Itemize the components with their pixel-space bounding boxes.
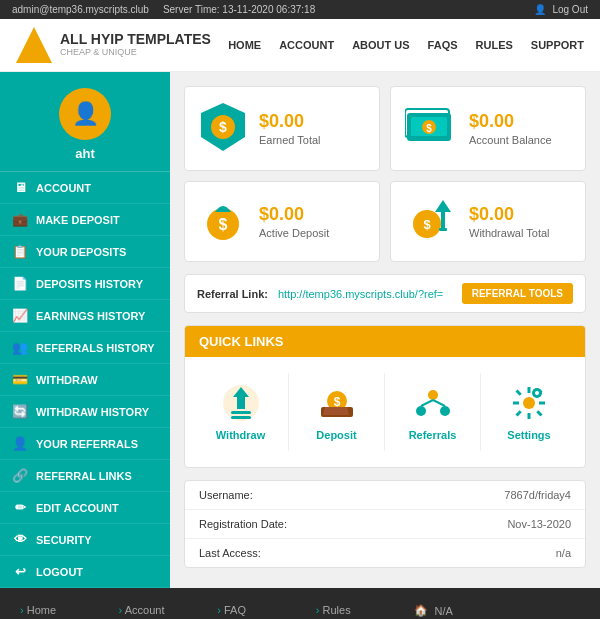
nav-rules[interactable]: RULES: [476, 39, 513, 51]
withdrawal-icon: $: [405, 196, 457, 244]
logo-area: ALL HYIP TEMPLATES CHEAP & UNIQUE: [16, 27, 211, 63]
nav-aboutus[interactable]: ABOUT US: [352, 39, 409, 51]
stat-active-label: Active Deposit: [259, 227, 329, 239]
account-icon: 🖥: [12, 180, 28, 195]
sidebar-item-your-deposits[interactable]: 📋YOUR DEPOSITS: [0, 236, 170, 268]
info-row-username: Username: 7867d/friday4: [185, 481, 585, 510]
quick-links-header: QUICK LINKS: [185, 326, 585, 357]
quick-link-settings-label: Settings: [507, 429, 550, 441]
stat-balance-label: Account Balance: [469, 134, 552, 146]
logo-title: ALL HYIP TEMPLATES: [60, 32, 211, 47]
menu-label-depositshistory: DEPOSITS HISTORY: [36, 278, 143, 290]
info-row-regdate: Registration Date: Nov-13-2020: [185, 510, 585, 539]
footer-link-home[interactable]: Home: [20, 604, 109, 616]
top-bar-left: admin@temp36.myscripts.club Server Time:…: [12, 4, 315, 15]
sidebar-item-withdraw[interactable]: 💳WITHDRAW: [0, 364, 170, 396]
footer-col-2: Account Logout: [119, 604, 208, 619]
sidebar-item-edit-account[interactable]: ✏EDIT ACCOUNT: [0, 492, 170, 524]
svg-rect-13: [439, 228, 447, 231]
svg-point-29: [535, 391, 539, 395]
svg-line-26: [433, 400, 445, 406]
nav-faqs[interactable]: FAQS: [428, 39, 458, 51]
info-val-username: 7867d/friday4: [504, 489, 571, 501]
sidebar-item-earnings-history[interactable]: 📈EARNINGS HISTORY: [0, 300, 170, 332]
svg-line-25: [421, 400, 433, 406]
quick-withdraw-icon: [221, 383, 261, 423]
header: ALL HYIP TEMPLATES CHEAP & UNIQUE HOME A…: [0, 19, 600, 72]
sidebar-item-security[interactable]: 👁SECURITY: [0, 524, 170, 556]
logout-icon: ↩: [12, 564, 28, 579]
top-bar-right: 👤 Log Out: [534, 4, 588, 15]
nav-account[interactable]: ACCOUNT: [279, 39, 334, 51]
logo-text: ALL HYIP TEMPLATES CHEAP & UNIQUE: [60, 32, 211, 57]
quick-link-referrals-label: Referrals: [409, 429, 457, 441]
svg-text:$: $: [423, 217, 431, 232]
menu-label-withdraw: WITHDRAW: [36, 374, 98, 386]
stat-account-balance: $ $0.00 Account Balance: [390, 86, 586, 171]
menu-label-account: ACCOUNT: [36, 182, 91, 194]
yourreferrals-icon: 👤: [12, 436, 28, 451]
stats-grid: $ $0.00 Earned Total $: [184, 86, 586, 262]
quick-links-section: QUICK LINKS Withdraw: [184, 325, 586, 468]
quick-link-referrals[interactable]: Referrals: [385, 373, 481, 451]
quick-settings-icon: [509, 383, 549, 423]
sidebar-item-logout[interactable]: ↩LOGOUT: [0, 556, 170, 588]
user-info-table: Username: 7867d/friday4 Registration Dat…: [184, 480, 586, 568]
quick-link-deposit[interactable]: $ Deposit: [289, 373, 385, 451]
svg-text:$: $: [333, 395, 340, 409]
footer-link-faq[interactable]: FAQ: [217, 604, 306, 616]
svg-point-24: [440, 406, 450, 416]
quick-referrals-icon: [413, 383, 453, 423]
footer-col-4: Rules: [316, 604, 405, 619]
stat-icon-earned: $: [199, 101, 247, 156]
footer-col-1: Home About Us: [20, 604, 109, 619]
svg-text:$: $: [426, 123, 432, 134]
quick-deposit-icon: $: [317, 383, 357, 423]
svg-point-27: [523, 397, 535, 409]
footer-link-account[interactable]: Account: [119, 604, 208, 616]
main-layout: 👤 aht 🖥ACCOUNT 💼MAKE DEPOSIT 📋YOUR DEPOS…: [0, 72, 600, 588]
stat-withdrawal-amount: $0.00: [469, 204, 550, 225]
footer-contact: 🏠 N/A ✉ Email: admin@temp36.myscripts.cl…: [414, 604, 580, 619]
logo-icon: [16, 27, 52, 63]
withdrawhistory-icon: 🔄: [12, 404, 28, 419]
svg-text:$: $: [219, 216, 228, 233]
topbar-email: admin@temp36.myscripts.club: [12, 4, 149, 15]
stat-earned-info: $0.00 Earned Total: [259, 111, 321, 146]
coin-bag-icon: $: [199, 196, 247, 244]
content: $ $0.00 Earned Total $: [170, 72, 600, 588]
avatar-icon: 👤: [72, 101, 99, 127]
menu-label-earningshistory: EARNINGS HISTORY: [36, 310, 145, 322]
info-val-lastaccess: n/a: [556, 547, 571, 559]
withdraw-icon: 💳: [12, 372, 28, 387]
sidebar-item-referrals-history[interactable]: 👥REFERRALS HISTORY: [0, 332, 170, 364]
footer-link-rules[interactable]: Rules: [316, 604, 405, 616]
info-row-lastaccess: Last Access: n/a: [185, 539, 585, 567]
logout-link[interactable]: Log Out: [552, 4, 588, 15]
sidebar-username: aht: [8, 146, 162, 161]
stat-balance-amount: $0.00: [469, 111, 552, 132]
sidebar-item-your-referrals[interactable]: 👤YOUR REFERRALS: [0, 428, 170, 460]
quick-link-withdraw[interactable]: Withdraw: [193, 373, 289, 451]
nav-home[interactable]: HOME: [228, 39, 261, 51]
sidebar-menu: 🖥ACCOUNT 💼MAKE DEPOSIT 📋YOUR DEPOSITS 📄D…: [0, 172, 170, 588]
nav-support[interactable]: SUPPORT: [531, 39, 584, 51]
sidebar-item-make-deposit[interactable]: 💼MAKE DEPOSIT: [0, 204, 170, 236]
sidebar-item-deposits-history[interactable]: 📄DEPOSITS HISTORY: [0, 268, 170, 300]
sidebar-item-withdraw-history[interactable]: 🔄WITHDRAW HISTORY: [0, 396, 170, 428]
stat-earned-total: $ $0.00 Earned Total: [184, 86, 380, 171]
info-val-regdate: Nov-13-2020: [507, 518, 571, 530]
sidebar-item-referral-links[interactable]: 🔗REFERRAL LINKS: [0, 460, 170, 492]
menu-label-security: SECURITY: [36, 534, 92, 546]
referral-tools-button[interactable]: REFERRAL TOOLS: [462, 283, 573, 304]
menu-label-makedeposit: MAKE DEPOSIT: [36, 214, 120, 226]
logo-sub: CHEAP & UNIQUE: [60, 48, 211, 58]
menu-label-referrallinks: REFERRAL LINKS: [36, 470, 132, 482]
stat-icon-withdrawal: $: [405, 196, 457, 247]
stat-earned-label: Earned Total: [259, 134, 321, 146]
quick-link-settings[interactable]: Settings: [481, 373, 577, 451]
svg-rect-17: [231, 416, 251, 419]
earningshistory-icon: 📈: [12, 308, 28, 323]
menu-label-logout: LOGOUT: [36, 566, 83, 578]
sidebar-item-account[interactable]: 🖥ACCOUNT: [0, 172, 170, 204]
